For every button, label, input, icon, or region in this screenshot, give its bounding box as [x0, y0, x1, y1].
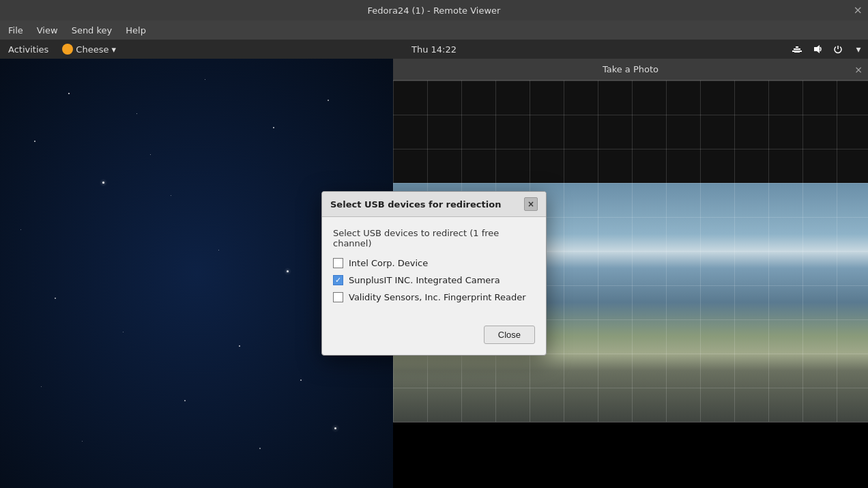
usb-dialog-overlay: Select USB devices for redirection × Sel…	[0, 59, 868, 488]
usb-checkbox-sunplus[interactable]	[333, 275, 343, 285]
usb-dialog-body: Select USB devices to redirect (1 free c…	[322, 217, 546, 320]
usb-dialog: Select USB devices for redirection × Sel…	[321, 191, 547, 356]
usb-checkbox-validity[interactable]	[333, 292, 343, 302]
chevron-down-icon: ▾	[111, 44, 116, 55]
close-button[interactable]: Close	[484, 326, 535, 344]
usb-dialog-close-button[interactable]: ×	[524, 197, 538, 211]
svg-marker-4	[814, 45, 820, 53]
usb-dialog-title: Select USB devices for redirection	[330, 199, 501, 210]
power-icon[interactable]	[828, 40, 848, 59]
system-tray: ▾	[787, 40, 868, 59]
svg-rect-0	[792, 51, 802, 52]
cheese-icon	[62, 44, 73, 55]
usb-checkbox-intel[interactable]	[333, 258, 343, 268]
gnome-top-bar: Activities Cheese ▾ Thu 14:22	[0, 40, 868, 59]
cheese-app-button[interactable]: Cheese ▾	[57, 40, 121, 59]
title-bar: Fedora24 (1) - Remote Viewer ×	[0, 0, 868, 20]
usb-dialog-subtitle: Select USB devices to redirect (1 free c…	[333, 228, 535, 248]
usb-device-name-2: Validity Sensors, Inc. Fingerprint Reade…	[349, 292, 526, 302]
volume-icon[interactable]	[808, 40, 827, 59]
menu-help[interactable]: Help	[120, 24, 151, 37]
window-title: Fedora24 (1) - Remote Viewer	[368, 5, 501, 16]
usb-dialog-footer: Close	[322, 320, 546, 355]
main-content: Take a Photo × Select USB devices for re…	[0, 59, 868, 488]
svg-rect-1	[794, 48, 800, 50]
clock[interactable]: Thu 14:22	[411, 44, 457, 55]
usb-device-row-1: SunplusIT INC. Integrated Camera	[333, 275, 535, 285]
menu-sendkey[interactable]: Send key	[66, 24, 118, 37]
menu-bar: File View Send key Help	[0, 20, 868, 40]
dropdown-icon[interactable]: ▾	[849, 40, 868, 59]
usb-device-row-2: Validity Sensors, Inc. Fingerprint Reade…	[333, 292, 535, 302]
svg-rect-2	[796, 46, 798, 48]
usb-device-name-1: SunplusIT INC. Integrated Camera	[349, 275, 500, 285]
window-close-button[interactable]: ×	[854, 5, 863, 16]
usb-device-row-0: Intel Corp. Device	[333, 258, 535, 268]
network-icon[interactable]	[787, 40, 807, 59]
activities-button[interactable]: Activities	[0, 40, 57, 59]
usb-dialog-titlebar: Select USB devices for redirection ×	[322, 192, 546, 217]
svg-rect-3	[794, 52, 800, 53]
menu-view[interactable]: View	[31, 24, 63, 37]
usb-device-name-0: Intel Corp. Device	[349, 258, 428, 268]
menu-file[interactable]: File	[3, 24, 29, 37]
